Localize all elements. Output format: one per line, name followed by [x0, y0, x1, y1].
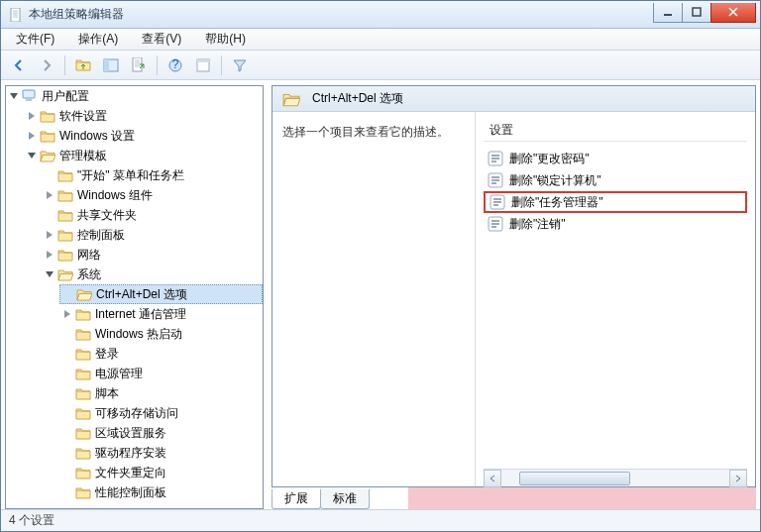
tree-ctrlaltdel[interactable]: Ctrl+Alt+Del 选项 [59, 284, 263, 304]
setting-label: 删除"锁定计算机" [509, 172, 601, 189]
expand-icon[interactable] [44, 249, 55, 261]
setting-item[interactable]: 删除"更改密码" [484, 148, 747, 169]
menu-action[interactable]: 操作(A) [67, 29, 129, 50]
folder-icon [75, 485, 91, 499]
export-button[interactable] [127, 53, 151, 77]
policy-icon [489, 194, 505, 210]
menu-file[interactable]: 文件(F) [5, 29, 65, 50]
setting-item[interactable]: 删除"任务管理器" [484, 191, 747, 213]
setting-label: 删除"任务管理器" [511, 194, 603, 211]
expand-icon[interactable] [26, 110, 38, 122]
collapse-icon[interactable] [26, 150, 38, 161]
folder-icon [75, 406, 91, 420]
tree-control-panel[interactable]: 控制面板 [42, 225, 263, 245]
tree-windows-hotstart[interactable]: Windows 热启动 [59, 324, 263, 344]
settings-header[interactable]: 设置 [484, 120, 747, 142]
toolbar: ? [1, 51, 760, 80]
app-window: 本地组策略编辑器 文件(F) 操作(A) 查看(V) 帮助(H) ? [0, 0, 761, 532]
forward-button[interactable] [35, 53, 58, 77]
back-button[interactable] [7, 53, 31, 77]
setting-item[interactable]: 删除"注销" [484, 213, 747, 235]
maximize-button[interactable] [682, 3, 711, 23]
scroll-left-icon[interactable] [484, 470, 501, 487]
setting-label: 删除"更改密码" [509, 151, 590, 167]
expand-icon[interactable] [44, 189, 55, 201]
tree-perf-cpl[interactable]: 性能控制面板 [59, 482, 263, 502]
tree-driver-install[interactable]: 驱动程序安装 [59, 443, 263, 463]
help-button[interactable]: ? [163, 53, 187, 77]
tree-scripts[interactable]: 脚本 [59, 383, 263, 403]
tree-power[interactable]: 电源管理 [59, 364, 263, 383]
tab-extended[interactable]: 扩展 [272, 489, 321, 509]
folder-icon [57, 228, 73, 242]
details-heading: Ctrl+Alt+Del 选项 [312, 90, 403, 107]
minimize-button[interactable] [653, 3, 683, 23]
status-text: 4 个设置 [9, 512, 54, 529]
tree-shared-folders[interactable]: 共享文件夹 [42, 205, 263, 225]
expand-icon[interactable] [61, 308, 73, 320]
setting-item[interactable]: 删除"锁定计算机" [484, 169, 747, 191]
tree-label: 区域设置服务 [95, 425, 166, 442]
folder-icon [75, 426, 91, 440]
scroll-thumb[interactable] [519, 472, 630, 485]
tree-label: Windows 热启动 [95, 326, 182, 343]
folder-icon [75, 347, 91, 361]
tree-label: 登录 [95, 346, 119, 363]
tree-admin-templates[interactable]: 管理模板 [24, 146, 263, 165]
tree-label: 控制面板 [77, 227, 125, 244]
up-button[interactable] [71, 53, 95, 77]
tree-label: 软件设置 [59, 108, 107, 125]
show-tree-button[interactable] [99, 53, 123, 77]
tree-windows-components[interactable]: Windows 组件 [42, 185, 263, 205]
menu-view[interactable]: 查看(V) [131, 29, 192, 50]
folder-icon [75, 327, 91, 341]
splitter[interactable] [266, 81, 270, 509]
horizontal-scrollbar[interactable] [484, 469, 747, 486]
folder-open-icon [40, 149, 55, 162]
svg-rect-5 [693, 8, 701, 16]
settings-column: 设置 删除"更改密码"删除"锁定计算机"删除"任务管理器"删除"注销" [476, 112, 755, 486]
tree-system[interactable]: 系统 [42, 265, 263, 284]
expand-icon[interactable] [44, 229, 55, 241]
folder-icon [57, 248, 73, 262]
tree-software[interactable]: 软件设置 [24, 106, 263, 126]
setting-label: 删除"注销" [509, 216, 566, 233]
tree-removable[interactable]: 可移动存储访问 [59, 403, 263, 423]
tree-label: "开始" 菜单和任务栏 [77, 167, 184, 184]
tree-folder-redir[interactable]: 文件夹重定向 [59, 463, 263, 482]
tree-label: Windows 设置 [59, 128, 135, 145]
right-wrap: Ctrl+Alt+Del 选项 选择一个项目来查看它的描述。 设置 删除"更改密… [272, 85, 756, 509]
titlebar[interactable]: 本地组策略编辑器 [1, 1, 760, 29]
folder-icon [75, 466, 91, 479]
tree-label: 电源管理 [95, 366, 143, 382]
tree-windows-settings[interactable]: Windows 设置 [24, 126, 263, 146]
scroll-right-icon[interactable] [729, 470, 747, 487]
collapse-icon[interactable] [8, 90, 20, 102]
collapse-icon[interactable] [44, 268, 55, 280]
tree-locale[interactable]: 区域设置服务 [59, 423, 263, 443]
tabstrip: 扩展 标准 [272, 487, 756, 509]
menu-help[interactable]: 帮助(H) [194, 29, 257, 50]
close-button[interactable] [710, 3, 756, 23]
filter-button[interactable] [228, 53, 252, 77]
svg-rect-7 [104, 59, 109, 71]
tab-standard[interactable]: 标准 [320, 489, 370, 509]
tree-pane[interactable]: 用户配置 软件设置 Windows 设置 管理模板 "开始" 菜单和任务栏 Wi… [5, 85, 264, 509]
tree-label: 可移动存储访问 [95, 405, 178, 422]
expand-icon[interactable] [26, 130, 38, 142]
tree-network[interactable]: 网络 [42, 245, 263, 265]
folder-icon [57, 168, 73, 182]
statusbar: 4 个设置 [1, 509, 760, 531]
tree-start-menu[interactable]: "开始" 菜单和任务栏 [42, 165, 263, 185]
tree-label: 文件夹重定向 [95, 465, 166, 481]
toolbar-sep [221, 55, 222, 75]
svg-rect-11 [197, 59, 209, 62]
tree-user-config[interactable]: 用户配置 [6, 86, 263, 106]
properties-button[interactable] [191, 53, 215, 77]
tree-label: 网络 [77, 247, 101, 264]
tree-logon[interactable]: 登录 [59, 344, 263, 364]
folder-open-icon [282, 91, 300, 107]
description-column: 选择一个项目来查看它的描述。 [272, 112, 476, 486]
content-area: 用户配置 软件设置 Windows 设置 管理模板 "开始" 菜单和任务栏 Wi… [1, 80, 760, 509]
tree-internet-comm[interactable]: Internet 通信管理 [59, 304, 263, 324]
